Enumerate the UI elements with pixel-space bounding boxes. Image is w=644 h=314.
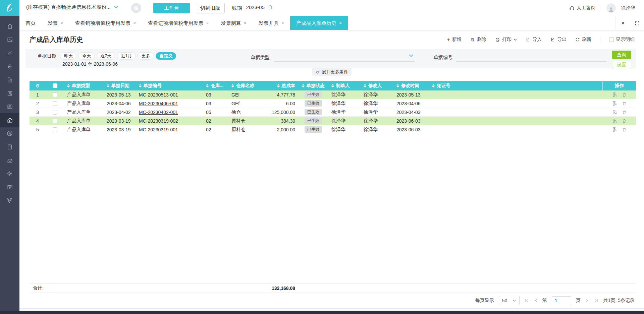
- per-page-select[interactable]: 50: [499, 296, 520, 305]
- sidebar-item-tax[interactable]: 税: [0, 127, 19, 140]
- tab-home[interactable]: 首页: [19, 16, 42, 30]
- settings-button[interactable]: 设置: [612, 61, 631, 69]
- col-warehouse-name[interactable]: 仓库名称: [229, 83, 263, 89]
- support-link[interactable]: 人工咨询: [569, 5, 595, 11]
- sort-icon[interactable]: [364, 84, 366, 87]
- row-checkbox[interactable]: [53, 110, 57, 115]
- sort-icon[interactable]: [302, 84, 305, 87]
- tab-invoice[interactable]: 发票×: [42, 16, 69, 30]
- avatar[interactable]: [606, 3, 616, 13]
- col-cost[interactable]: 总成本: [263, 83, 298, 89]
- doc-code-link[interactable]: MC-20230406-001: [139, 101, 178, 106]
- sort-icon[interactable]: [331, 84, 334, 87]
- col-date[interactable]: 单据日期: [104, 83, 136, 89]
- quick-more[interactable]: 更多: [138, 52, 154, 60]
- next-page-icon[interactable]: [585, 298, 589, 303]
- fullscreen-icon[interactable]: [630, 16, 644, 30]
- switch-old-version-button[interactable]: 切到旧版: [196, 3, 225, 13]
- memo-badge-icon[interactable]: 自: [131, 3, 141, 13]
- col-status[interactable]: 单据状态: [298, 83, 329, 89]
- print-button[interactable]: 打印: [495, 37, 517, 43]
- view-voucher-icon[interactable]: [612, 127, 617, 132]
- tab-close-icon[interactable]: ×: [60, 21, 63, 25]
- view-voucher-icon[interactable]: [612, 118, 617, 123]
- table-row[interactable]: 1 产品入库单 2023-05-13 MC-20230513-001 03 GE…: [30, 90, 636, 99]
- tab-invoice-calc[interactable]: 发票测算×: [215, 16, 253, 30]
- delete-row-icon[interactable]: [622, 92, 627, 97]
- sidebar-item-archive[interactable]: [0, 153, 19, 167]
- sort-icon[interactable]: [231, 84, 234, 87]
- sidebar-item-money-bag[interactable]: [0, 60, 19, 73]
- col-type[interactable]: 单据类型: [64, 83, 104, 89]
- first-page-icon[interactable]: [524, 298, 529, 303]
- tab-close-icon[interactable]: ×: [244, 21, 247, 25]
- row-checkbox[interactable]: [53, 101, 57, 106]
- delete-row-icon[interactable]: [622, 101, 627, 106]
- view-voucher-icon[interactable]: [612, 92, 617, 97]
- page-number-input[interactable]: [552, 296, 571, 305]
- tab-close-icon[interactable]: ×: [206, 21, 209, 25]
- add-button[interactable]: +新增: [447, 37, 462, 43]
- col-modified-time[interactable]: 修改时间: [394, 83, 429, 89]
- quick-today[interactable]: 今天: [78, 52, 95, 60]
- doc-code-link[interactable]: MC-20230319-001: [139, 127, 178, 132]
- doc-code-input[interactable]: [457, 54, 607, 62]
- doc-code-link[interactable]: MC-20230513-001: [139, 92, 178, 98]
- select-all-checkbox[interactable]: [53, 83, 57, 88]
- row-checkbox[interactable]: [53, 92, 57, 97]
- col-code[interactable]: 单据编号: [136, 83, 203, 89]
- date-range-value[interactable]: 2023-01-01 至 2023-06-06: [62, 61, 636, 67]
- col-creator[interactable]: 制单人: [329, 83, 361, 89]
- import-button[interactable]: 导入: [526, 37, 542, 43]
- col-warehouse-code[interactable]: 仓库...: [203, 83, 229, 89]
- show-detail-checkbox[interactable]: [609, 37, 614, 42]
- sidebar-item-settings[interactable]: [0, 167, 19, 180]
- tab-close-icon[interactable]: ×: [281, 21, 284, 25]
- period-picker[interactable]: 2023-05: [246, 3, 274, 13]
- tab-close-icon[interactable]: ×: [133, 21, 136, 25]
- view-voucher-icon[interactable]: [612, 101, 617, 106]
- row-checkbox[interactable]: [53, 119, 57, 123]
- sidebar-item-cashier[interactable]: [0, 100, 19, 113]
- quick-yesterday[interactable]: 昨天: [60, 52, 76, 60]
- sort-icon[interactable]: [396, 84, 399, 87]
- last-page-icon[interactable]: [594, 298, 599, 303]
- doc-type-select[interactable]: [274, 54, 415, 62]
- delete-button[interactable]: 删除: [470, 37, 486, 43]
- sidebar-item-home[interactable]: [0, 19, 19, 33]
- sort-icon[interactable]: [107, 84, 109, 87]
- sidebar-item-warehouse[interactable]: [0, 113, 19, 127]
- delete-row-icon[interactable]: [622, 110, 627, 115]
- sort-icon[interactable]: [67, 84, 70, 87]
- sort-icon[interactable]: [432, 84, 435, 87]
- sidebar-item-invoice[interactable]: [0, 33, 19, 46]
- view-voucher-icon[interactable]: [612, 110, 617, 115]
- quick-7days[interactable]: 近7天: [97, 52, 115, 60]
- company-selector[interactable]: (库存核算) 直播畅捷通信息技术股份...: [25, 3, 121, 13]
- quick-1month[interactable]: 近1月: [117, 52, 136, 60]
- row-checkbox[interactable]: [53, 127, 57, 132]
- sidebar-item-video[interactable]: [0, 180, 19, 194]
- tab-invoice-issue[interactable]: 发票开具×: [253, 16, 290, 30]
- column-settings-gear-icon[interactable]: ⚙: [36, 83, 40, 88]
- sidebar-item-report[interactable]: [0, 86, 19, 100]
- tab-output-vat[interactable]: 查看销项增值税专用发票×: [69, 16, 142, 30]
- tab-inbound-history[interactable]: 产成品入库单历史×: [290, 16, 348, 30]
- search-button[interactable]: 查询: [612, 51, 631, 59]
- username[interactable]: 徐泽华: [621, 5, 635, 11]
- doc-code-link[interactable]: MC-20230402-001: [139, 110, 178, 115]
- tab-input-vat[interactable]: 查看进项增值税专用发票×: [142, 16, 215, 30]
- workbench-button[interactable]: 工作台: [153, 3, 190, 13]
- sidebar-item-ledger[interactable]: [0, 140, 19, 153]
- close-all-tabs-icon[interactable]: ×: [616, 16, 630, 30]
- sort-icon[interactable]: [277, 84, 280, 87]
- quick-custom[interactable]: 自定义: [156, 52, 176, 60]
- refresh-button[interactable]: 刷新: [575, 37, 591, 43]
- prev-page-icon[interactable]: [534, 298, 538, 303]
- sidebar-item-v-logo[interactable]: [0, 194, 19, 207]
- export-button[interactable]: 导出: [550, 37, 567, 43]
- delete-row-icon[interactable]: [622, 119, 627, 123]
- sidebar-item-company[interactable]: [0, 73, 19, 86]
- table-row[interactable]: 3 产品入库单 2023-04-02 MC-20230402-001 05 徐仓…: [30, 108, 636, 117]
- table-row[interactable]: 2 产品入库单 2023-04-06 MC-20230406-001 03 GE…: [30, 99, 636, 108]
